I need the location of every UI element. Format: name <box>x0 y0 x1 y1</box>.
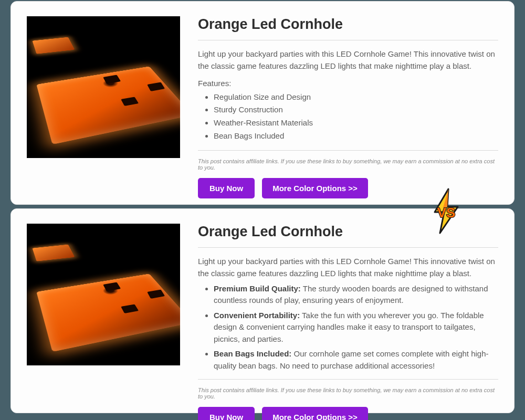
features-list: Regulation Size and Design Sturdy Constr… <box>198 91 498 143</box>
list-item: Bean Bags Included: Our cornhole game se… <box>214 348 498 372</box>
product-description: Light up your backyard parties with this… <box>198 255 498 280</box>
list-item: Convenient Portability: Take the fun wit… <box>214 310 498 345</box>
list-item: Premium Build Quality: The sturdy wooden… <box>214 283 498 307</box>
product-image <box>27 16 180 158</box>
feature-bold: Bean Bags Included: <box>214 349 291 358</box>
list-item: Sturdy Construction <box>214 103 498 117</box>
vs-badge-icon: VS <box>425 188 467 234</box>
features-list: Premium Build Quality: The sturdy wooden… <box>198 283 498 372</box>
product-title: Orange Led Cornhole <box>198 16 498 33</box>
product-content: Orange Led Cornhole Light up your backya… <box>198 224 498 399</box>
product-card-bottom: Orange Led Cornhole Light up your backya… <box>10 208 514 413</box>
buy-now-button[interactable]: Buy Now <box>198 178 255 198</box>
product-card-top: Orange Led Cornhole Light up your backya… <box>10 1 514 205</box>
divider <box>198 247 498 248</box>
feature-bold: Premium Build Quality: <box>214 284 301 293</box>
affiliate-disclaimer: This post contains affiliate links. If y… <box>198 158 498 171</box>
divider <box>198 150 498 151</box>
product-description: Light up your backyard parties with this… <box>198 48 498 72</box>
affiliate-disclaimer: This post contains affiliate links. If y… <box>198 387 498 400</box>
more-options-button[interactable]: More Color Options >> <box>262 407 368 420</box>
more-options-button[interactable]: More Color Options >> <box>262 178 368 198</box>
list-item: Regulation Size and Design <box>214 91 498 104</box>
features-label: Features: <box>198 79 498 88</box>
buy-now-button[interactable]: Buy Now <box>198 407 255 420</box>
svg-text:VS: VS <box>437 205 456 220</box>
product-image <box>27 224 180 365</box>
product-content: Orange Led Cornhole Light up your backya… <box>198 16 498 191</box>
list-item: Weather-Resistant Materials <box>214 117 498 130</box>
divider <box>198 379 498 380</box>
list-item: Bean Bags Included <box>214 130 498 143</box>
button-row: Buy Now More Color Options >> <box>198 407 498 420</box>
divider <box>198 40 498 40</box>
feature-bold: Convenient Portability: <box>214 311 300 320</box>
